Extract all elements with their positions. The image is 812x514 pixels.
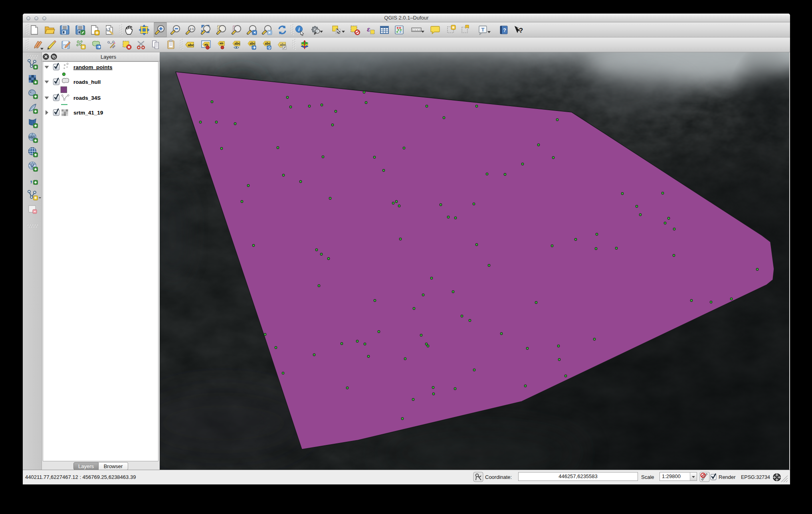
svg-text:srtm_41_19: srtm_41_19	[73, 110, 103, 116]
svg-text:abc: abc	[234, 42, 240, 45]
svg-text:?: ?	[503, 27, 506, 33]
svg-text:abc: abc	[250, 42, 255, 45]
svg-text:roads_34S: roads_34S	[73, 95, 101, 101]
svg-text:ε: ε	[367, 26, 370, 33]
svg-text:1:1: 1:1	[190, 27, 194, 31]
svg-text:❋: ❋	[452, 26, 455, 30]
svg-text:❋: ❋	[95, 30, 99, 35]
svg-text:❋: ❋	[82, 45, 85, 49]
svg-text:ab: ab	[220, 42, 223, 45]
svg-text:WMS: WMS	[28, 136, 35, 138]
svg-text:❋: ❋	[34, 196, 37, 200]
svg-text:,: ,	[30, 174, 32, 184]
svg-text:roads_hull: roads_hull	[73, 79, 101, 85]
svg-text:T: T	[481, 27, 485, 33]
svg-text:abc: abc	[265, 42, 271, 45]
svg-text:random_points: random_points	[73, 64, 113, 70]
svg-text:abc: abc	[188, 43, 194, 47]
svg-text:?: ?	[519, 27, 523, 34]
